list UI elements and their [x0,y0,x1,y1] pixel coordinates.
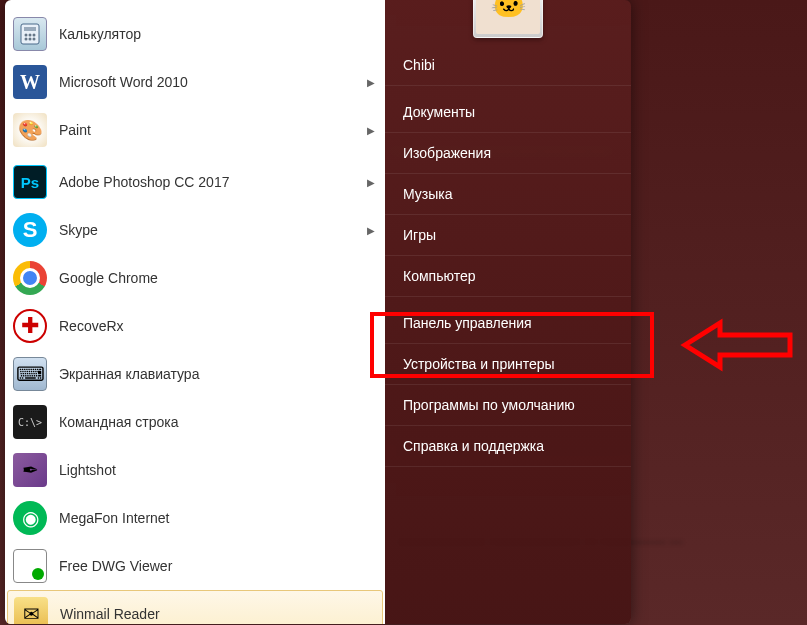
program-label: Microsoft Word 2010 [59,74,367,90]
svg-rect-1 [24,27,36,31]
chevron-right-icon: ▶ [367,177,375,188]
program-label: Экранная клавиатура [59,366,375,382]
svg-point-5 [25,38,28,41]
chevron-right-icon: ▶ [367,77,375,88]
user-avatar: 🐱 [476,0,540,34]
recoverx-icon: ✚ [13,309,47,343]
programs-panel: Калькулятор W Microsoft Word 2010 ▶ 🎨 Pa… [5,0,385,624]
games-link[interactable]: Игры [385,215,631,256]
dwg-icon [13,549,47,583]
default-programs-link[interactable]: Программы по умолчанию [385,385,631,426]
program-photoshop[interactable]: Ps Adobe Photoshop CC 2017 ▶ [5,158,385,206]
program-chrome[interactable]: Google Chrome [5,254,385,302]
program-label: Калькулятор [59,26,375,42]
program-paint[interactable]: 🎨 Paint ▶ [5,106,385,154]
winmail-icon: ✉ Win [14,597,48,624]
program-command-prompt[interactable]: C:\> Командная строка [5,398,385,446]
program-recoverx[interactable]: ✚ RecoveRx [5,302,385,350]
program-label: Google Chrome [59,270,375,286]
calculator-icon [13,17,47,51]
lightshot-icon: ✒ [13,453,47,487]
megafon-icon: ◉ [13,501,47,535]
program-word[interactable]: W Microsoft Word 2010 ▶ [5,58,385,106]
user-panel: 🐱 Chibi Документы Изображения Музыка Игр… [385,0,631,624]
program-label: Adobe Photoshop CC 2017 [59,174,367,190]
chevron-right-icon: ▶ [367,225,375,236]
svg-point-7 [33,38,36,41]
devices-printers-link[interactable]: Устройства и принтеры [385,344,631,385]
documents-link[interactable]: Документы [385,92,631,133]
program-label: Winmail Reader [60,606,374,622]
program-lightshot[interactable]: ✒ Lightshot [5,446,385,494]
program-onscreen-keyboard[interactable]: ⌨ Экранная клавиатура [5,350,385,398]
program-label: MegaFon Internet [59,510,375,526]
program-dwg-viewer[interactable]: Free DWG Viewer [5,542,385,590]
svg-point-6 [29,38,32,41]
chevron-right-icon: ▶ [367,125,375,136]
program-skype[interactable]: S Skype ▶ [5,206,385,254]
skype-icon: S [13,213,47,247]
svg-point-4 [33,34,36,37]
program-label: Skype [59,222,367,238]
control-panel-link[interactable]: Панель управления [385,303,631,344]
program-label: Free DWG Viewer [59,558,375,574]
help-support-link[interactable]: Справка и поддержка [385,426,631,467]
word-icon: W [13,65,47,99]
program-label: Командная строка [59,414,375,430]
envelope-glyph: ✉ [23,602,40,624]
program-label: RecoveRx [59,318,375,334]
program-label: Paint [59,122,367,138]
program-label: Lightshot [59,462,375,478]
paint-icon: 🎨 [13,113,47,147]
computer-link[interactable]: Компьютер [385,256,631,297]
start-menu: Калькулятор W Microsoft Word 2010 ▶ 🎨 Pa… [5,0,631,624]
svg-point-3 [29,34,32,37]
photoshop-icon: Ps [13,165,47,199]
pictures-link[interactable]: Изображения [385,133,631,174]
program-winmail[interactable]: ✉ Win Winmail Reader [7,590,383,624]
music-link[interactable]: Музыка [385,174,631,215]
user-picture-frame[interactable]: 🐱 [473,0,543,38]
program-megafon[interactable]: ◉ MegaFon Internet [5,494,385,542]
keyboard-icon: ⌨ [13,357,47,391]
user-name-item[interactable]: Chibi [385,45,631,86]
program-calculator[interactable]: Калькулятор [5,10,385,58]
chrome-icon [13,261,47,295]
annotation-arrow [680,315,800,378]
svg-point-2 [25,34,28,37]
cmd-icon: C:\> [13,405,47,439]
